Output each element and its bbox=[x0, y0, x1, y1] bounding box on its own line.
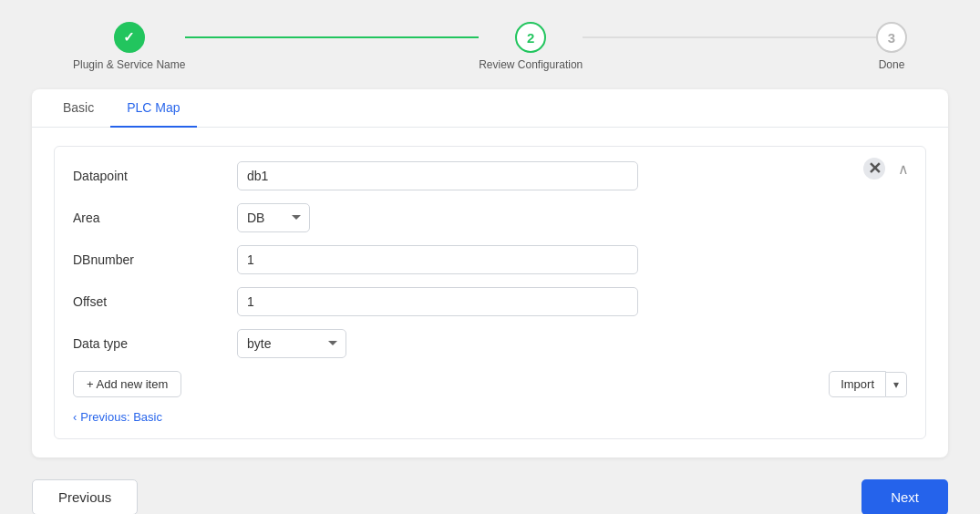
area-label: Area bbox=[73, 211, 237, 225]
datatype-label: Data type bbox=[73, 336, 237, 351]
step-1-label: Plugin & Service Name bbox=[73, 58, 185, 71]
remove-datapoint-button[interactable]: ✕ bbox=[863, 158, 885, 180]
step-1-check-icon: ✓ bbox=[123, 29, 135, 46]
step-2-label: Review Configuration bbox=[479, 58, 583, 71]
next-button[interactable]: Next bbox=[861, 479, 948, 514]
step-3: 3 Done bbox=[876, 22, 907, 71]
dbnumber-input[interactable] bbox=[237, 245, 638, 274]
form-area: ✕ ∧ Datapoint Area DB I Q M T bbox=[32, 128, 948, 457]
step-2-circle: 2 bbox=[515, 22, 546, 53]
block-actions-row: + Add new item Import ▾ bbox=[73, 371, 907, 397]
previous-basic-link[interactable]: ‹ Previous: Basic bbox=[73, 410, 907, 424]
import-button[interactable]: Import bbox=[829, 371, 886, 397]
caret-down-icon: ▾ bbox=[893, 378, 899, 391]
step-2-number: 2 bbox=[527, 30, 534, 46]
offset-input[interactable] bbox=[237, 287, 638, 316]
step-1: ✓ Plugin & Service Name bbox=[73, 22, 185, 71]
offset-label: Offset bbox=[73, 294, 237, 309]
datapoint-row: Datapoint bbox=[73, 161, 907, 190]
tab-bar: Basic PLC Map bbox=[32, 89, 948, 128]
tab-basic[interactable]: Basic bbox=[46, 89, 110, 128]
offset-row: Offset bbox=[73, 287, 907, 316]
dbnumber-label: DBnumber bbox=[73, 252, 237, 267]
footer: Previous Next bbox=[32, 472, 948, 514]
datapoint-input[interactable] bbox=[237, 161, 638, 190]
area-select[interactable]: DB I Q M T C bbox=[237, 203, 310, 232]
block-controls: ✕ ∧ bbox=[863, 158, 914, 180]
stepper: ✓ Plugin & Service Name 2 Review Configu… bbox=[0, 0, 980, 86]
step-3-label: Done bbox=[879, 58, 905, 71]
import-caret-button[interactable]: ▾ bbox=[886, 372, 907, 397]
add-new-item-button[interactable]: + Add new item bbox=[73, 371, 181, 397]
main-card: Basic PLC Map ✕ ∧ Datapoint Area bbox=[32, 89, 948, 457]
datatype-select[interactable]: byte bool int word dword real string bbox=[237, 329, 346, 358]
step-2: 2 Review Configuration bbox=[479, 22, 583, 71]
collapse-datapoint-button[interactable]: ∧ bbox=[892, 158, 914, 180]
dbnumber-row: DBnumber bbox=[73, 245, 907, 274]
area-row: Area DB I Q M T C bbox=[73, 203, 907, 232]
datapoint-block: ✕ ∧ Datapoint Area DB I Q M T bbox=[54, 146, 926, 439]
step-3-circle: 3 bbox=[876, 22, 907, 53]
import-group: Import ▾ bbox=[829, 371, 907, 397]
step-line-1 bbox=[185, 36, 479, 38]
step-line-2 bbox=[583, 36, 876, 38]
step-1-circle: ✓ bbox=[114, 22, 145, 53]
datatype-row: Data type byte bool int word dword real … bbox=[73, 329, 907, 358]
tab-plcmap[interactable]: PLC Map bbox=[110, 89, 196, 128]
previous-button[interactable]: Previous bbox=[32, 479, 138, 514]
step-3-number: 3 bbox=[888, 30, 895, 46]
chevron-up-icon: ∧ bbox=[898, 160, 909, 178]
datapoint-label: Datapoint bbox=[73, 169, 237, 183]
previous-basic-label: Previous: Basic bbox=[80, 410, 162, 424]
remove-icon: ✕ bbox=[868, 159, 882, 179]
chevron-left-icon: ‹ bbox=[73, 410, 77, 424]
